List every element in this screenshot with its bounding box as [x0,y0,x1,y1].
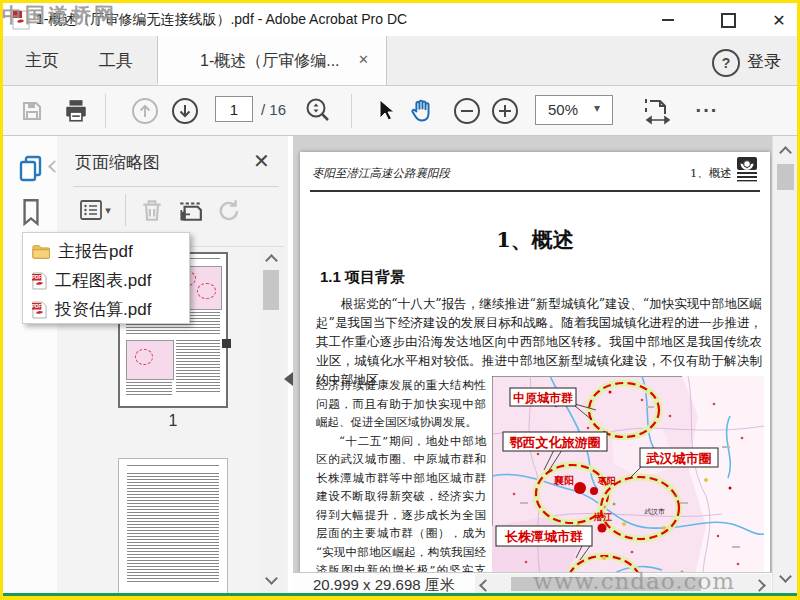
print-icon [63,98,89,124]
scroll-right-icon[interactable] [753,579,766,592]
pdf-file-icon: PDF [32,272,47,290]
thumbnail-page-2[interactable] [118,458,228,598]
zoom-caret-icon: ▾ [594,101,600,115]
hand-tool-icon [408,97,436,125]
bookmarks-panel-button[interactable] [15,194,47,230]
bookmark-icon [18,197,44,227]
svg-text:长株潭城市群: 长株潭城市群 [504,529,583,544]
app-tabs-group: 主页 工具 [3,36,158,84]
select-tool-button[interactable] [371,95,399,127]
map-city-wuhan: 武汉市 [644,507,665,516]
page-header-right: 1、概述 [690,166,732,181]
window-title: 1-概述（厅审修编无连接线版）.pdf - Adobe Acrobat Pro … [36,11,407,29]
map-label-changzhutan: 长株潭城市群 [496,526,592,546]
delete-pages-button[interactable] [135,194,169,226]
cursor-arrow-icon [374,98,396,124]
title-bar: 1-概述（厅审修编无连接线版）.pdf - Adobe Acrobat Pro … [3,3,797,36]
left-text-column: 经济持续健康发展的重大结构性问题，而且有助于加快实现中部崛起、促进全国区域协调发… [316,376,486,594]
acrobat-window: 1-概述（厅审修编无连接线版）.pdf - Adobe Acrobat Pro … [0,0,800,600]
zoom-level-select[interactable]: 50% ▾ [535,95,613,125]
tab-document-label: 1-概述（厅审修编... [200,51,340,72]
mini-circle [135,349,153,365]
popup-item-engineering-charts[interactable]: PDF 工程图表.pdf [23,266,189,295]
zoom-out-icon [452,96,482,126]
scroll-down-icon[interactable] [779,570,792,583]
horizontal-scrollbar[interactable] [475,574,771,594]
map-city-zaoyang: 枣阳 [597,476,616,486]
zoom-in-button[interactable] [489,95,521,127]
svg-text:PDF: PDF [32,304,42,309]
tab-close-icon[interactable]: ✕ [358,52,369,67]
toolbar-separator [105,94,106,128]
page-up-icon [130,96,160,126]
rotate-icon [215,197,241,223]
maximize-icon [721,13,736,28]
popup-item-main-report[interactable]: 主报告pdf [23,237,189,266]
panel-scrollbar[interactable] [259,248,283,594]
city-cluster-map: 中原城市群 鄂西文化旅游圈 武汉城市圈 长株潭城市群 [492,376,764,588]
panel-close-icon[interactable]: ✕ [253,149,270,173]
tab-tools[interactable]: 工具 [85,36,147,84]
options-caret-icon: ▾ [105,204,111,217]
rotate-pages-button[interactable] [211,194,245,226]
next-page-button[interactable] [169,95,201,127]
tab-document[interactable]: 1-概述（厅审修编... ✕ [158,36,387,85]
map-label-wuhan-circle: 武汉城市圈 [640,448,718,467]
save-button[interactable] [17,96,47,126]
more-tools-button[interactable]: ··· [689,92,725,128]
scroll-up-icon[interactable] [265,254,278,267]
thumbnail-resize-handle[interactable] [222,339,231,348]
window-border-top [0,0,800,3]
map-city-xiangyang: 襄阳 [553,475,574,486]
minimize-button[interactable] [648,7,688,33]
file-list-popup: 主报告pdf PDF 工程图表.pdf PDF 投资估算.pdf [22,232,190,324]
paragraph-2: “十二五”期间，地处中部地区的武汉城市圈、中原城市群和长株潭城市群等中部地区城市… [316,432,486,595]
panel-scrollbar-thumb[interactable] [263,270,279,310]
company-logo-icon [736,156,758,182]
mini-circle [197,283,216,299]
popup-item-investment-estimate[interactable]: PDF 投资估算.pdf [23,295,189,324]
vertical-scrollbar[interactable] [772,136,797,594]
popup-item-label: 工程图表.pdf [55,269,151,292]
minimize-icon [662,19,674,21]
window-border-left [0,0,3,600]
marquee-zoom-button[interactable] [301,94,335,128]
thumbnail-page-1-label: 1 [118,412,228,434]
hand-tool-button[interactable] [405,94,439,128]
scroll-up-icon[interactable] [779,146,792,159]
zoom-out-button[interactable] [451,95,483,127]
page-header-left: 枣阳至潜江高速公路襄阳段 [312,166,450,181]
thumb-text-lines [126,382,172,396]
maximize-button[interactable] [708,7,748,33]
map-city-qianjiang: 潜江 [593,512,612,522]
fit-width-button[interactable] [639,93,677,129]
help-button[interactable]: ? [712,49,740,77]
scroll-down-icon[interactable] [265,572,278,585]
section-heading: 1.1 项目背景 [320,268,405,287]
tab-home[interactable]: 主页 [11,36,73,84]
collapse-panel-arrow[interactable] [284,372,293,386]
paragraph-1-continued: 经济持续健康发展的重大结构性问题，而且有助于加快实现中部崛起、促进全国区域协调发… [316,376,486,432]
svg-text:鄂西文化旅游圈: 鄂西文化旅游圈 [510,435,601,450]
zoom-drag-icon [303,96,333,126]
page-number-input[interactable] [215,96,253,122]
svg-text:武汉城市圈: 武汉城市圈 [646,451,712,466]
options-list-icon [79,199,103,221]
thumb-text-lines [127,465,219,468]
resize-pages-button[interactable] [173,194,207,226]
popup-item-label: 主报告pdf [58,240,133,263]
folder-icon [32,244,50,259]
close-button[interactable]: ✕ [760,7,798,33]
page-thumbnails-panel-button[interactable] [13,150,49,186]
tab-bar: 主页 工具 1-概述（厅审修编... ✕ ? 登录 [3,36,797,86]
horizontal-scrollbar-thumb[interactable] [511,577,701,591]
popup-item-label: 投资估算.pdf [55,298,151,321]
panel-toolbar-separator [125,194,126,226]
print-button[interactable] [60,96,92,126]
sign-in-button[interactable]: 登录 [747,50,781,73]
scroll-left-icon[interactable] [479,579,492,592]
vertical-scrollbar-thumb[interactable] [777,164,794,190]
page-size-icon [177,197,203,223]
thumbnail-options-button[interactable]: ▾ [73,194,117,226]
previous-page-button[interactable] [129,95,161,127]
